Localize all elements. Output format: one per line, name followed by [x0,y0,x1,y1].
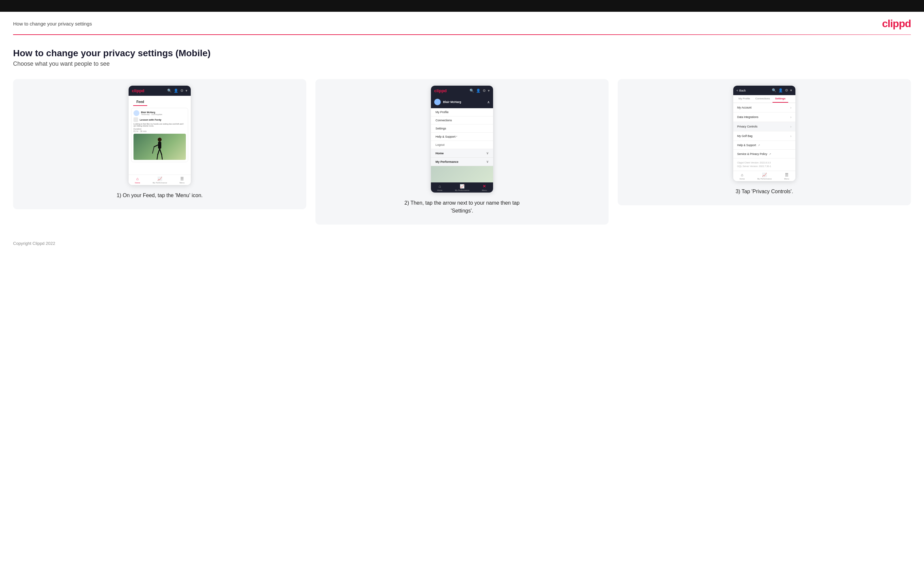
feed-duration-value: 01 hr : 30 min [134,130,186,132]
nav-performance-label: My Performance [152,182,167,184]
nav2-performance[interactable]: 📈 My Performance [455,184,469,191]
performance3-icon: 📈 [762,172,767,177]
nav2-menu-label: Menu [482,189,487,191]
feed-user-name: Blair McHarg [141,111,162,113]
step-3-card: < Back 🔍 👤 ⚙ ▾ My Profile Connections Se… [618,79,911,205]
section-home-chevron: ∨ [486,152,488,155]
feed-content: Blair McHarg Yesterday · Sunningdale Les… [129,106,191,174]
home3-icon: ⌂ [741,172,743,177]
version-line-1: Clippd Client Version: 2022.8.3-3 [737,161,792,165]
service-privacy-label: Service & Privacy Policy ↗ [737,152,771,156]
my-golf-bag-chevron: › [790,134,792,138]
tab-my-profile[interactable]: My Profile [736,95,753,103]
nav2-menu[interactable]: ✕ Menu [482,184,487,191]
feed-post: Blair McHarg Yesterday · Sunningdale Les… [131,108,188,162]
feed-user-sub: Yesterday · Sunningdale [141,113,162,115]
version-line-2: GQL Server Version: 2022.7.30-1 [737,165,792,168]
step1-phone-logo: clippd [132,88,144,93]
settings-item-data-integrations[interactable]: Data Integrations › [733,113,795,122]
page-heading: How to change your privacy settings (Mob… [13,48,911,58]
nav-home-label: Home [135,182,140,184]
bg-fade [431,166,493,182]
nav3-home[interactable]: ⌂ Home [740,172,745,180]
privacy-controls-chevron: › [790,124,792,129]
feed-user-row: Blair McHarg Yesterday · Sunningdale [134,110,186,116]
menu-user-row[interactable]: Blair McHarg ∧ [431,96,493,108]
golfer-svg [151,137,168,160]
close-icon: ✕ [483,184,486,189]
nav3-performance[interactable]: 📈 My Performance [757,172,772,180]
nav2-performance-label: My Performance [455,189,469,191]
section-home-label: Home [436,152,444,155]
settings-icon: ⚙ [785,88,788,92]
search-icon: 🔍 [772,88,777,92]
step-1-desc: 1) On your Feed, tap the 'Menu' icon. [116,192,202,200]
section-performance-chevron: ∨ [486,160,488,163]
nav-menu-label: Menu [179,182,184,184]
data-integrations-chevron: › [790,115,792,119]
step1-bottom-nav: ⌂ Home 📈 My Performance ☰ Menu [129,174,191,185]
menu-item-logout[interactable]: Logout [431,141,493,149]
header: How to change your privacy settings clip… [0,12,924,34]
privacy-controls-label: Privacy Controls [737,125,758,128]
settings-item-privacy-controls[interactable]: Privacy Controls › [733,122,795,131]
step-1-phone: clippd 🔍 👤 ⚙ ▾ Feed [129,85,191,185]
tab-settings[interactable]: Settings [772,95,788,103]
step1-phone-header: clippd 🔍 👤 ⚙ ▾ [129,85,191,96]
home-icon: ⌂ [136,177,139,181]
nav2-home[interactable]: ⌂ Home [437,184,443,191]
back-chevron: < [737,89,738,92]
back-button[interactable]: < Back [737,89,746,92]
home2-icon: ⌂ [439,184,441,189]
feed-tab[interactable]: Feed [133,98,147,106]
step-3-phone: < Back 🔍 👤 ⚙ ▾ My Profile Connections Se… [733,85,795,181]
menu-item-my-profile[interactable]: My Profile [431,108,493,116]
nav-home[interactable]: ⌂ Home [135,177,140,184]
svg-line-3 [152,147,154,153]
settings-icon: ⚙ [180,89,184,93]
nav-performance[interactable]: 📈 My Performance [152,177,167,184]
top-bar [0,0,924,12]
step-1-card: clippd 🔍 👤 ⚙ ▾ Feed [13,79,306,209]
settings-item-service-privacy[interactable]: Service & Privacy Policy ↗ [733,150,795,158]
help-ext-icon: ↗ [758,144,760,147]
tab-connections[interactable]: Connections [753,95,772,103]
svg-line-7 [162,155,162,159]
svg-point-0 [158,138,162,142]
settings-icon: ⚙ [483,89,486,93]
lesson-title: Lesson with Fordy [140,118,161,121]
menu-item-settings[interactable]: Settings [431,124,493,133]
logo: clippd [882,18,911,30]
nav3-performance-label: My Performance [757,178,772,180]
menu-section-performance[interactable]: My Performance ∨ [431,158,493,166]
step2-bottom-nav: ⌂ Home 📈 My Performance ✕ Menu [431,182,493,193]
menu-section-home[interactable]: Home ∨ [431,149,493,158]
lesson-icon [134,118,138,122]
settings-list: My Account › Data Integrations › Privacy… [733,103,795,158]
nav3-home-label: Home [740,178,745,180]
header-title: How to change your privacy settings [13,21,92,26]
menu-item-help[interactable]: Help & Support ↗ [431,133,493,141]
nav3-menu-label: Menu [784,178,789,180]
feed-duration-label: Duration [134,128,186,130]
step-2-desc: 2) Then, tap the arrow next to your name… [403,199,521,215]
nav-menu[interactable]: ☰ Menu [179,177,184,184]
chevron-down-icon: ▾ [790,88,792,92]
menu-expand-chevron[interactable]: ∧ [487,100,490,104]
step3-back-bar: < Back 🔍 👤 ⚙ ▾ [733,85,795,95]
section-performance-label: My Performance [436,160,459,163]
settings-item-my-golf-bag[interactable]: My Golf Bag › [733,131,795,141]
main-content: How to change your privacy settings (Mob… [0,35,924,234]
step-2-phone: clippd 🔍 👤 ⚙ ▾ Blair McHarg [431,85,493,193]
menu3-icon: ☰ [785,172,788,177]
settings-item-my-account[interactable]: My Account › [733,103,795,113]
chevron-down-icon: ▾ [488,89,490,93]
nav3-menu[interactable]: ☰ Menu [784,172,789,180]
feed-tab-bar: Feed [129,96,191,106]
service-ext-icon: ↗ [769,153,771,156]
my-golf-bag-label: My Golf Bag [737,134,753,138]
my-account-chevron: › [790,106,792,110]
menu-item-connections[interactable]: Connections [431,116,493,124]
performance2-icon: 📈 [460,184,465,189]
settings-item-help[interactable]: Help & Support ↗ [733,141,795,150]
